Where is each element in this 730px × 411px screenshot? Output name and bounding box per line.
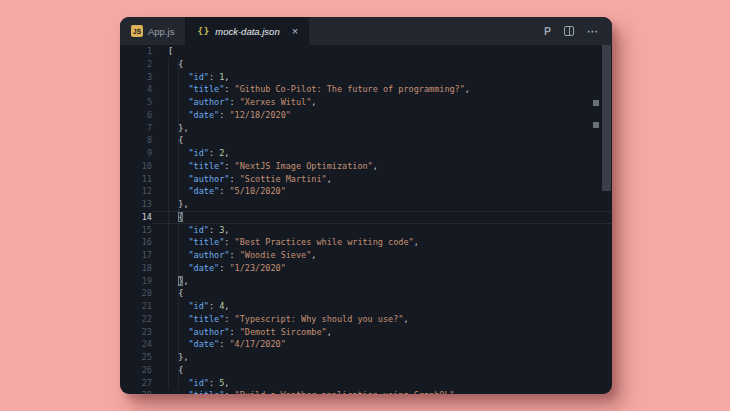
editor-tab-bar: JS App.js {} mock-data.json × P ⋯ — [120, 17, 612, 45]
code-line[interactable]: 17 "author": "Woodie Sieve", — [120, 249, 612, 262]
code-text: }, — [152, 122, 612, 135]
code-line[interactable]: 12 "date": "5/10/2020" — [120, 185, 612, 198]
line-number[interactable]: 22 — [120, 313, 152, 326]
code-line[interactable]: 11 "author": "Scottie Martini", — [120, 173, 612, 186]
code-line[interactable]: 26 { — [120, 364, 612, 377]
code-line[interactable]: 5 "author": "Xerxes Witul", — [120, 96, 612, 109]
code-line[interactable]: 7 }, — [120, 122, 612, 135]
code-text: { — [152, 58, 612, 71]
code-text: "id": 4, — [152, 300, 612, 313]
code-line[interactable]: 1[ — [120, 45, 612, 58]
code-text: "author": "Xerxes Witul", — [152, 96, 612, 109]
line-number[interactable]: 25 — [120, 351, 152, 364]
code-line[interactable]: 15 "id": 3, — [120, 224, 612, 237]
line-number[interactable]: 8 — [120, 134, 152, 147]
line-number[interactable]: 5 — [120, 96, 152, 109]
line-number[interactable]: 7 — [120, 122, 152, 135]
line-number[interactable]: 20 — [120, 287, 152, 300]
vscode-editor-window: JS App.js {} mock-data.json × P ⋯ 1[2 {3… — [120, 17, 612, 394]
indent-guide — [168, 58, 169, 389]
code-line[interactable]: 18 "date": "1/23/2020" — [120, 262, 612, 275]
code-text: "id": 5, — [152, 377, 612, 390]
line-number[interactable]: 14 — [120, 211, 152, 224]
line-number[interactable]: 6 — [120, 109, 152, 122]
line-number[interactable]: 27 — [120, 377, 152, 390]
code-editor[interactable]: 1[2 {3 "id": 1,4 "title": "Github Co-Pil… — [120, 45, 612, 394]
line-number[interactable]: 11 — [120, 173, 152, 186]
code-text: "date": "1/23/2020" — [152, 262, 612, 275]
line-number[interactable]: 16 — [120, 236, 152, 249]
line-number[interactable]: 3 — [120, 71, 152, 84]
code-text: "title": "NextJS Image Optimization", — [152, 160, 612, 173]
line-number[interactable]: 9 — [120, 147, 152, 160]
code-line[interactable]: 28 "title": "Build a Weather application… — [120, 389, 612, 394]
line-number[interactable]: 24 — [120, 338, 152, 351]
line-number[interactable]: 18 — [120, 262, 152, 275]
code-text: { — [152, 287, 612, 300]
code-text: }, — [152, 275, 612, 288]
code-line[interactable]: 3 "id": 1, — [120, 71, 612, 84]
code-line[interactable]: 9 "id": 2, — [120, 147, 612, 160]
code-text: }, — [152, 351, 612, 364]
code-text: { — [152, 364, 612, 377]
prettier-icon[interactable]: P — [544, 25, 551, 37]
tab-label: mock-data.json — [215, 26, 279, 37]
code-text: "title": "Typescript: Why should you use… — [152, 313, 612, 326]
line-number[interactable]: 28 — [120, 389, 152, 394]
line-number[interactable]: 23 — [120, 326, 152, 339]
code-line[interactable]: 24 "date": "4/17/2020" — [120, 338, 612, 351]
code-line[interactable]: 21 "id": 4, — [120, 300, 612, 313]
code-line[interactable]: 16 "title": "Best Practices while writin… — [120, 236, 612, 249]
code-lines: 1[2 {3 "id": 1,4 "title": "Github Co-Pil… — [120, 45, 612, 394]
javascript-file-icon: JS — [131, 25, 143, 37]
line-number[interactable]: 17 — [120, 249, 152, 262]
code-line[interactable]: 23 "author": "Demott Sircombe", — [120, 326, 612, 339]
line-number[interactable]: 1 — [120, 45, 152, 58]
line-number[interactable]: 12 — [120, 185, 152, 198]
overview-ruler-marker — [593, 100, 599, 106]
code-line[interactable]: 25 }, — [120, 351, 612, 364]
json-file-icon: {} — [197, 26, 210, 36]
code-line[interactable]: 27 "id": 5, — [120, 377, 612, 390]
code-text: "author": "Demott Sircombe", — [152, 326, 612, 339]
tab-mock-data-json[interactable]: {} mock-data.json × — [186, 17, 309, 45]
code-line[interactable]: 20 { — [120, 287, 612, 300]
more-actions-icon[interactable]: ⋯ — [587, 25, 599, 38]
code-line[interactable]: 4 "title": "Github Co-Pilot: The future … — [120, 83, 612, 96]
tab-label: App.js — [148, 26, 174, 37]
code-line[interactable]: 22 "title": "Typescript: Why should you … — [120, 313, 612, 326]
line-number[interactable]: 13 — [120, 198, 152, 211]
close-tab-icon[interactable]: × — [292, 26, 298, 37]
code-line[interactable]: 10 "title": "NextJS Image Optimization", — [120, 160, 612, 173]
code-line[interactable]: 19 }, — [120, 275, 612, 288]
code-text: "title": "Best Practices while writing c… — [152, 236, 612, 249]
code-line[interactable]: 13 }, — [120, 198, 612, 211]
code-text: { — [152, 134, 612, 147]
tab-app-js[interactable]: JS App.js — [120, 17, 186, 45]
code-text: "date": "12/18/2020" — [152, 109, 612, 122]
code-text: "id": 3, — [152, 224, 612, 237]
vertical-scrollbar[interactable] — [602, 45, 611, 191]
line-number[interactable]: 10 — [120, 160, 152, 173]
code-text: { — [152, 211, 612, 224]
split-editor-icon[interactable] — [564, 26, 574, 36]
line-number[interactable]: 26 — [120, 364, 152, 377]
code-text: }, — [152, 198, 612, 211]
tabbar-actions: P ⋯ — [544, 17, 612, 45]
line-number[interactable]: 2 — [120, 58, 152, 71]
line-number[interactable]: 21 — [120, 300, 152, 313]
code-text: "author": "Woodie Sieve", — [152, 249, 612, 262]
code-text: "author": "Scottie Martini", — [152, 173, 612, 186]
code-line[interactable]: 6 "date": "12/18/2020" — [120, 109, 612, 122]
code-text: "date": "5/10/2020" — [152, 185, 612, 198]
code-text: [ — [152, 45, 612, 58]
code-text: "title": "Github Co-Pilot: The future of… — [152, 83, 612, 96]
line-number[interactable]: 19 — [120, 275, 152, 288]
code-line[interactable]: 8 { — [120, 134, 612, 147]
line-number[interactable]: 15 — [120, 224, 152, 237]
line-number[interactable]: 4 — [120, 83, 152, 96]
code-line[interactable]: 2 { — [120, 58, 612, 71]
code-text: "date": "4/17/2020" — [152, 338, 612, 351]
code-line[interactable]: 14 { — [120, 211, 612, 224]
overview-ruler-marker — [593, 122, 599, 128]
